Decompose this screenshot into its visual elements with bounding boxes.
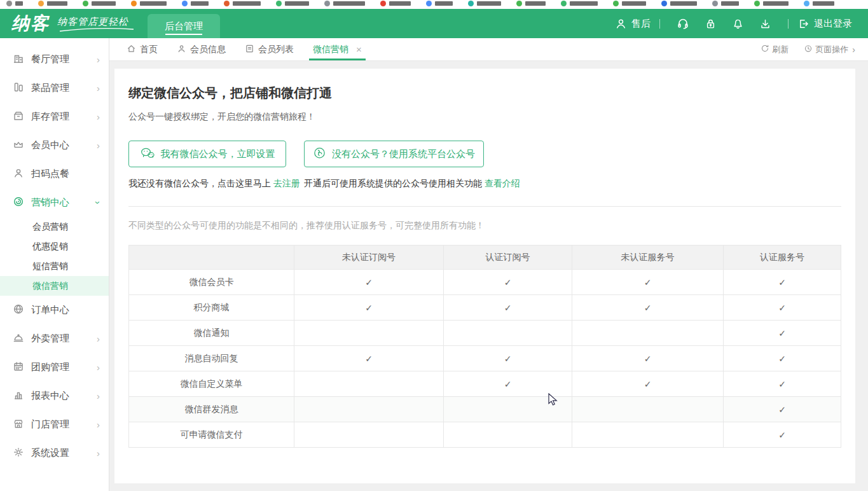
submenu-item-promotions[interactable]: 优惠促销 — [0, 237, 109, 256]
check-mark — [572, 422, 724, 448]
check-mark: ✓ — [724, 270, 841, 295]
sidebar-item-inventory[interactable]: 库存管理 › — [0, 102, 109, 131]
refresh-button[interactable]: 刷新 — [761, 44, 789, 55]
bookmark-item[interactable] — [38, 1, 67, 6]
chevron-right-icon: › — [97, 448, 100, 458]
tab-member-info[interactable]: 会员信息 — [177, 38, 226, 60]
support-headset-icon[interactable] — [677, 17, 689, 30]
logout-button[interactable]: 退出登录 — [797, 18, 852, 30]
notification-bell-icon[interactable] — [732, 18, 744, 30]
backend-admin-tab[interactable]: 后台管理 — [148, 14, 220, 38]
table-row: 微信会员卡 ✓ ✓ ✓ ✓ — [129, 270, 841, 295]
logout-label: 退出登录 — [814, 18, 852, 30]
check-mark: ✓ — [294, 270, 444, 295]
bookmark-item[interactable] — [613, 1, 646, 6]
submenu-item-wechat-marketing[interactable]: 微信营销 — [0, 276, 109, 296]
bookmark-item[interactable] — [712, 1, 739, 6]
chevron-right-icon: › — [852, 45, 855, 55]
feature-comparison-table: 未认证订阅号 认证订阅号 未认证服务号 认证服务号 微信会员卡 ✓ ✓ — [128, 245, 841, 448]
bookmark-item[interactable] — [224, 1, 261, 6]
feature-label: 可申请微信支付 — [129, 422, 294, 448]
go-register-link[interactable]: 去注册 — [273, 178, 300, 188]
official-account-icon — [313, 146, 326, 162]
feature-label: 微信通知 — [129, 321, 294, 346]
submenu-item-sms-marketing[interactable]: 短信营销 — [0, 256, 109, 276]
bookmark-item[interactable] — [6, 1, 23, 6]
page-actions-button[interactable]: 页面操作 › — [804, 44, 855, 55]
table-row: 消息自动回复 ✓ ✓ ✓ ✓ — [129, 346, 841, 371]
after-sales-button[interactable]: 售后 — [615, 18, 651, 30]
bookmark-item[interactable] — [324, 1, 365, 6]
sidebar-item-settings[interactable]: 系统设置 › — [0, 439, 109, 467]
bookmark-item[interactable] — [661, 1, 697, 6]
header-right-tools: 售后 退出登录 — [615, 17, 852, 30]
chevron-right-icon: › — [97, 363, 100, 372]
check-mark: ✓ — [444, 295, 572, 321]
download-icon[interactable] — [759, 18, 771, 30]
sidebar-nav: 餐厅管理 › 菜品管理 › 库存管理 › 会员中心 › 扫码点餐 — [0, 38, 109, 491]
sidebar-item-orders[interactable]: 订单中心 — [0, 296, 109, 324]
bookmark-item[interactable] — [516, 1, 546, 6]
bookmark-item[interactable] — [468, 1, 501, 6]
home-icon — [127, 44, 136, 55]
sidebar-item-takeout[interactable]: 外卖管理 › — [0, 324, 109, 353]
column-header: 未认证服务号 — [572, 246, 724, 270]
document-icon — [245, 44, 254, 55]
bookmark-item[interactable] — [380, 1, 411, 6]
bar-chart-icon — [13, 389, 24, 403]
globe-icon — [13, 303, 24, 317]
brand-logo: 纳客 — [11, 15, 50, 32]
bookmark-item[interactable] — [804, 1, 834, 6]
bookmark-item[interactable] — [83, 1, 116, 6]
sidebar-item-dishes[interactable]: 菜品管理 › — [0, 74, 109, 102]
chevron-down-icon: › — [93, 201, 103, 204]
sidebar-item-marketing[interactable]: 营销中心 › — [0, 188, 109, 217]
feature-label: 微信群发消息 — [129, 397, 294, 422]
chevron-right-icon: › — [97, 391, 100, 401]
view-intro-link[interactable]: 查看介绍 — [485, 178, 520, 188]
chevron-right-icon: › — [97, 141, 100, 150]
tab-home[interactable]: 首页 — [127, 38, 158, 60]
sidebar-item-stores[interactable]: 门店管理 › — [0, 410, 109, 439]
use-platform-account-button[interactable]: 没有公众号？使用系统平台公众号 — [304, 141, 484, 167]
check-mark: ✓ — [572, 371, 724, 397]
check-mark: ✓ — [572, 270, 724, 295]
tab-wechat-marketing[interactable]: 微信营销 × — [313, 38, 362, 60]
check-mark: ✓ — [724, 371, 841, 397]
browser-bookmarks-bar[interactable] — [0, 0, 868, 9]
sidebar-item-restaurant[interactable]: 餐厅管理 › — [0, 45, 109, 74]
intro-helper: 开通后可使用系统提供的公众号使用相关功能 查看介绍 — [304, 178, 520, 190]
wechat-binding-card: 绑定微信公众号，把店铺和微信打通 公众号一键授权绑定，开启您的微信营销旅程！ 我… — [114, 69, 855, 483]
check-mark: ✓ — [724, 397, 841, 422]
inventory-box-icon — [13, 110, 24, 123]
tab-member-list[interactable]: 会员列表 — [245, 38, 294, 60]
page-subtitle: 公众号一键授权绑定，开启您的微信营销旅程！ — [128, 111, 841, 123]
user-icon — [615, 18, 627, 30]
table-header-row: 未认证订阅号 认证订阅号 未认证服务号 认证服务号 — [129, 246, 841, 270]
sidebar-item-group-buy[interactable]: 团购管理 › — [0, 353, 109, 382]
close-icon[interactable]: × — [356, 44, 362, 55]
check-mark: ✓ — [444, 346, 572, 371]
after-sales-label: 售后 — [631, 18, 651, 30]
marketing-submenu: 会员营销 优惠促销 短信营销 微信营销 — [0, 217, 109, 296]
bookmark-item[interactable] — [276, 1, 309, 6]
column-header: 认证订阅号 — [444, 246, 572, 270]
submenu-item-member-marketing[interactable]: 会员营销 — [0, 217, 109, 237]
bookmark-item[interactable] — [754, 1, 789, 6]
bookmark-item[interactable] — [561, 1, 598, 6]
bookmark-item[interactable] — [131, 1, 167, 6]
check-mark: ✓ — [724, 295, 841, 321]
sidebar-item-members[interactable]: 会员中心 › — [0, 131, 109, 160]
gauge-clock-icon — [804, 44, 813, 55]
check-mark: ✓ — [294, 295, 444, 321]
scan-order-person-icon — [13, 167, 24, 181]
check-mark: ✓ — [444, 371, 572, 397]
lock-icon[interactable] — [705, 18, 717, 30]
sidebar-item-reports[interactable]: 报表中心 › — [0, 382, 109, 410]
header-divider — [788, 19, 789, 29]
sidebar-item-scan-order[interactable]: 扫码点餐 — [0, 160, 109, 188]
bookmark-item[interactable] — [426, 1, 453, 6]
check-mark — [294, 397, 444, 422]
have-official-account-button[interactable]: 我有微信公众号，立即设置 — [128, 141, 286, 167]
bookmark-item[interactable] — [182, 1, 209, 6]
